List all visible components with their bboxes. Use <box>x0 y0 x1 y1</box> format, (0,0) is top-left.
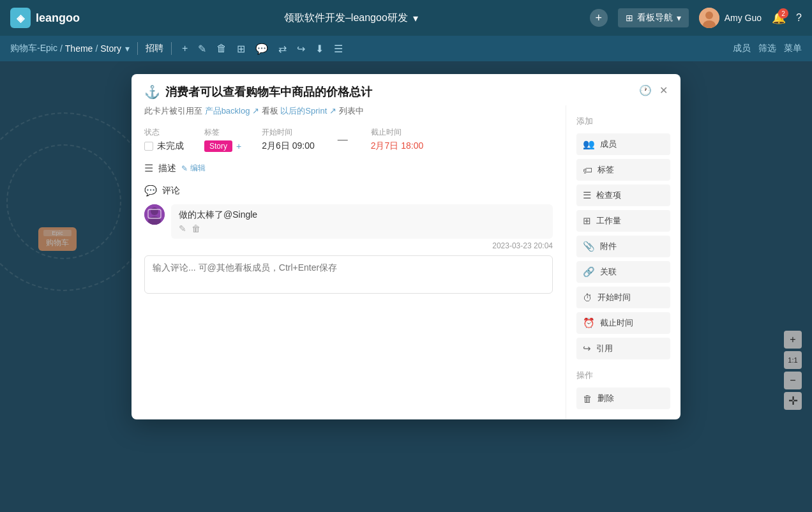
board-nav-button[interactable]: ⊞ 看板导航 ▾ <box>618 8 689 27</box>
toolbar-edit-icon[interactable]: ✎ <box>195 41 209 56</box>
anchor-icon: ⚓ <box>144 84 160 100</box>
svg-point-4 <box>151 207 158 215</box>
comment-delete-icon[interactable]: 🗑 <box>192 223 200 234</box>
canvas-area: Epic 购物车 + 1:1 − ✛ ⚓ 消费者可以查看购物车中商品的价格总计 … <box>0 61 812 512</box>
workload-icon: ⊞ <box>583 215 591 227</box>
breadcrumb-theme[interactable]: Theme <box>65 43 93 54</box>
delete-btn-label: 删除 <box>598 393 614 404</box>
modal-right-panel: 添加 👥 成员 🏷 标签 ☰ 检查项 ⊞ 工作量 <box>566 105 680 419</box>
edit-pen-icon: ✎ <box>181 164 188 173</box>
comment-input[interactable] <box>144 255 553 294</box>
edit-description-link[interactable]: ✎ 编辑 <box>181 163 206 174</box>
end-time-text[interactable]: 2月7日 18:00 <box>371 140 424 152</box>
tag-add-icon[interactable]: + <box>236 141 241 151</box>
toolbar-list-icon[interactable]: ☰ <box>331 41 345 56</box>
add-tags-button[interactable]: 🏷 标签 <box>576 159 670 181</box>
add-button[interactable]: + <box>590 9 608 27</box>
end-time-btn-label: 截止时间 <box>600 317 633 329</box>
add-relation-button[interactable]: 🔗 关联 <box>576 261 670 283</box>
filter-label[interactable]: 筛选 <box>758 43 776 54</box>
status-checkbox[interactable] <box>144 142 153 151</box>
breadcrumb-root[interactable]: 购物车-Epic <box>10 43 57 54</box>
sprint-link[interactable]: 以后的Sprint ↗ <box>280 106 336 116</box>
relation-btn-label: 关联 <box>600 266 617 278</box>
card-meta: 此卡片被引用至 产品backlog ↗ 看板 以后的Sprint ↗ 列表中 <box>144 105 553 117</box>
end-time-icon: ⏰ <box>583 317 595 329</box>
delete-button[interactable]: 🗑 删除 <box>576 388 670 409</box>
description-label: 描述 <box>158 163 176 174</box>
grid-icon: ⊞ <box>626 13 633 23</box>
status-col: 状态 未完成 <box>144 127 184 152</box>
help-icon[interactable]: ? <box>796 12 802 24</box>
toolbar-transfer-icon[interactable]: ⇄ <box>276 41 289 56</box>
toolbar-add-icon[interactable]: + <box>179 41 190 56</box>
comment-time: 2023-03-23 20:04 <box>492 241 553 250</box>
modal-overlay: ⚓ 消费者可以查看购物车中商品的价格总计 🕐 ✕ 此卡片被引用至 产品backl… <box>0 61 812 512</box>
modal-body: 此卡片被引用至 产品backlog ↗ 看板 以后的Sprint ↗ 列表中 状… <box>132 105 680 419</box>
notification-icon[interactable]: 🔔 2 <box>772 11 786 25</box>
toolbar-delete-icon[interactable]: 🗑 <box>214 41 229 56</box>
meta-board: 看板 <box>262 106 278 116</box>
breadcrumb-sep1: / <box>60 43 63 54</box>
modal-header: ⚓ 消费者可以查看购物车中商品的价格总计 🕐 ✕ <box>132 74 680 105</box>
comment-edit-icon[interactable]: ✎ <box>179 223 186 234</box>
close-icon[interactable]: ✕ <box>659 84 668 96</box>
breadcrumb-story[interactable]: Story <box>100 43 121 54</box>
start-time-label: 开始时间 <box>262 127 315 138</box>
add-end-time-button[interactable]: ⏰ 截止时间 <box>576 312 670 334</box>
breadcrumb-sep2: / <box>95 43 98 54</box>
status-value: 未完成 <box>144 140 184 152</box>
toolbar-comment-icon[interactable]: 💬 <box>253 41 271 56</box>
meta-prefix: 此卡片被引用至 <box>144 106 202 116</box>
toolbar-right: 成员 筛选 菜单 <box>733 43 802 54</box>
attachment-btn-label: 附件 <box>600 241 617 252</box>
operations-title: 操作 <box>576 370 670 381</box>
add-start-time-button[interactable]: ⏱ 开始时间 <box>576 287 670 308</box>
comment-text: 做的太棒了@Single <box>179 209 545 221</box>
members-label[interactable]: 成员 <box>733 43 751 54</box>
add-members-button[interactable]: 👥 成员 <box>576 133 670 155</box>
backlog-link[interactable]: 产品backlog ↗ <box>205 106 259 116</box>
description-header: ☰ 描述 ✎ 编辑 <box>144 162 553 174</box>
status-row: 状态 未完成 标签 Story + <box>144 127 553 152</box>
relation-icon: 🔗 <box>583 266 595 278</box>
toolbar-download-icon[interactable]: ⬇ <box>313 41 326 56</box>
start-time-icon: ⏱ <box>583 292 592 303</box>
quote-btn-label: 引用 <box>596 343 613 354</box>
project-dropdown-icon[interactable]: ▾ <box>413 12 418 24</box>
comment-label: 评论 <box>162 185 180 197</box>
breadcrumb: 购物车-Epic / Theme / Story ▾ <box>10 43 130 54</box>
toolbar-separator <box>137 42 138 55</box>
members-icon: 👥 <box>583 139 595 150</box>
tags-icon: 🏷 <box>583 165 592 176</box>
notification-badge: 2 <box>778 8 788 19</box>
toolbar: 购物车-Epic / Theme / Story ▾ 招聘 + ✎ 🗑 ⊞ 💬 … <box>0 36 812 61</box>
breadcrumb-caret-icon[interactable]: ▾ <box>125 43 130 54</box>
comment-header: 💬 评论 <box>144 184 553 197</box>
history-icon[interactable]: 🕐 <box>639 84 652 96</box>
project-title: 领歌软件开发–leangoo研发 <box>284 11 408 25</box>
add-quote-button[interactable]: ↪ 引用 <box>576 338 670 359</box>
menu-label[interactable]: 菜单 <box>784 43 802 54</box>
modal: ⚓ 消费者可以查看购物车中商品的价格总计 🕐 ✕ 此卡片被引用至 产品backl… <box>132 74 680 419</box>
toolbar-table-icon[interactable]: ⊞ <box>234 41 248 56</box>
toolbar-forward-icon[interactable]: ↪ <box>294 41 308 56</box>
start-time-text[interactable]: 2月6日 09:00 <box>262 140 315 152</box>
header-right: + ⊞ 看板导航 ▾ Amy Guo 🔔 2 ? <box>590 8 802 28</box>
story-tag[interactable]: Story <box>204 140 232 152</box>
start-time-col: 开始时间 2月6日 09:00 <box>262 127 315 152</box>
comment-tools: ✎ 🗑 <box>179 223 545 234</box>
svg-point-1 <box>705 11 713 19</box>
recruit-label[interactable]: 招聘 <box>146 43 163 54</box>
user-name: Amy Guo <box>725 13 762 23</box>
description-icon: ☰ <box>144 162 153 174</box>
add-workload-button[interactable]: ⊞ 工作量 <box>576 210 670 232</box>
add-checklist-button[interactable]: ☰ 检查项 <box>576 184 670 206</box>
logo-area: ◈ leangoo <box>10 8 112 28</box>
comment-item: 做的太棒了@Single ✎ 🗑 2023-03-23 20:04 <box>144 204 553 250</box>
start-time-btn-label: 开始时间 <box>598 292 631 303</box>
status-text: 未完成 <box>157 140 184 152</box>
add-attachment-button[interactable]: 📎 附件 <box>576 236 670 257</box>
delete-icon: 🗑 <box>583 393 592 404</box>
tags-value: Story + <box>204 140 241 152</box>
